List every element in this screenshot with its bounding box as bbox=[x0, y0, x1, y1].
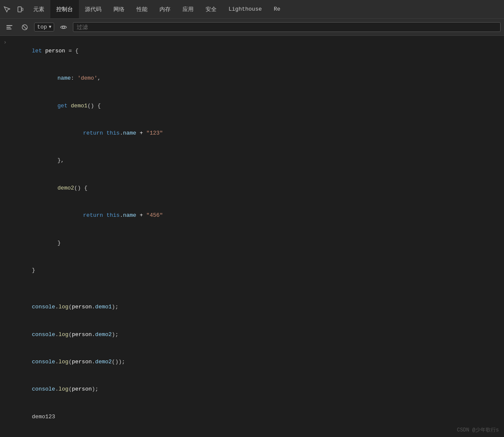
code-content: } bbox=[12, 257, 501, 284]
tab-console[interactable]: 控制台 bbox=[50, 0, 79, 18]
line-indent bbox=[3, 202, 12, 203]
code-content: console.log(person.demo2()); bbox=[12, 349, 501, 375]
tab-performance[interactable]: 性能 bbox=[130, 0, 154, 18]
line-indent bbox=[3, 349, 12, 349]
context-selector[interactable]: top ▼ bbox=[34, 23, 54, 32]
code-content: return this.name + "123" bbox=[12, 120, 501, 147]
devtools-toolbar: 元素 控制台 源代码 网络 性能 内存 应用 安全 Lighthouse Re bbox=[0, 0, 504, 19]
line-indent bbox=[3, 175, 12, 175]
chevron-down-icon: ▼ bbox=[49, 25, 51, 29]
line-indent bbox=[3, 148, 12, 148]
line-indent bbox=[3, 257, 12, 258]
line-indent bbox=[3, 322, 12, 322]
stop-icon[interactable] bbox=[19, 21, 31, 33]
clear-console-button[interactable] bbox=[3, 21, 15, 33]
blank-line-2 bbox=[0, 431, 504, 437]
code-content: }, bbox=[12, 148, 501, 174]
tab-memory[interactable]: 内存 bbox=[154, 0, 177, 18]
context-label: top bbox=[37, 24, 47, 30]
line-indent bbox=[3, 120, 12, 121]
line-indent bbox=[3, 294, 12, 295]
line-indent bbox=[3, 230, 12, 230]
code-line-12: console.log(person.demo2()); bbox=[0, 348, 504, 376]
code-content: console.log(person.demo1); bbox=[12, 294, 501, 321]
watermark: CSDN @少年歌行s bbox=[457, 426, 499, 434]
code-content: console.log(person); bbox=[12, 377, 501, 403]
svg-rect-3 bbox=[6, 27, 11, 28]
filter-input[interactable] bbox=[73, 22, 501, 32]
code-line-1: › let person = { bbox=[0, 37, 504, 65]
code-line-5: }, bbox=[0, 147, 504, 175]
code-content: return this.name + "456" bbox=[12, 202, 501, 229]
tab-security[interactable]: 安全 bbox=[200, 0, 223, 18]
code-line-4: return this.name + "123" bbox=[0, 120, 504, 147]
code-content: console.log(person.demo2); bbox=[12, 322, 501, 348]
code-line-13: console.log(person); bbox=[0, 376, 504, 403]
line-indent bbox=[3, 93, 12, 93]
code-line-8: } bbox=[0, 230, 504, 257]
code-content: name: 'demo', bbox=[12, 65, 501, 92]
tab-application[interactable]: 应用 bbox=[177, 0, 200, 18]
code-line-11: console.log(person.demo2); bbox=[0, 321, 504, 348]
svg-point-7 bbox=[63, 26, 65, 28]
svg-rect-4 bbox=[6, 29, 12, 29]
tab-lighthouse[interactable]: Lighthouse bbox=[223, 0, 268, 18]
output-text: demo123 bbox=[12, 404, 501, 430]
device-icon[interactable] bbox=[16, 5, 25, 14]
code-content: get demo1() { bbox=[12, 93, 501, 119]
code-line-9: } bbox=[0, 257, 504, 284]
svg-rect-0 bbox=[18, 7, 21, 12]
code-content: let person = { bbox=[12, 38, 501, 64]
line-indent bbox=[3, 65, 12, 66]
line-indent bbox=[3, 404, 12, 404]
tab-elements[interactable]: 元素 bbox=[27, 0, 50, 18]
code-line-2: name: 'demo', bbox=[0, 65, 504, 92]
eye-icon[interactable] bbox=[58, 21, 70, 33]
svg-line-6 bbox=[23, 25, 27, 29]
console-toolbar: top ▼ bbox=[0, 19, 504, 36]
tab-sources[interactable]: 源代码 bbox=[79, 0, 107, 18]
code-line-6: demo2() { bbox=[0, 175, 504, 202]
tab-network[interactable]: 网络 bbox=[107, 0, 130, 18]
code-content: demo2() { bbox=[12, 175, 501, 201]
tab-more[interactable]: Re bbox=[268, 0, 287, 18]
line-indent bbox=[3, 377, 12, 377]
console-output: › let person = { name: 'demo', get demo1… bbox=[0, 36, 504, 437]
code-line-3: get demo1() { bbox=[0, 92, 504, 120]
code-line-7: return this.name + "456" bbox=[0, 202, 504, 229]
code-content: } bbox=[12, 230, 501, 256]
output-demo123: demo123 bbox=[0, 403, 504, 431]
line-arrow: › bbox=[3, 38, 12, 47]
code-line-10: console.log(person.demo1); bbox=[0, 294, 504, 321]
svg-rect-2 bbox=[6, 25, 12, 26]
inspect-icon[interactable] bbox=[3, 5, 11, 14]
svg-rect-1 bbox=[22, 8, 23, 11]
blank-line-1 bbox=[0, 285, 504, 294]
